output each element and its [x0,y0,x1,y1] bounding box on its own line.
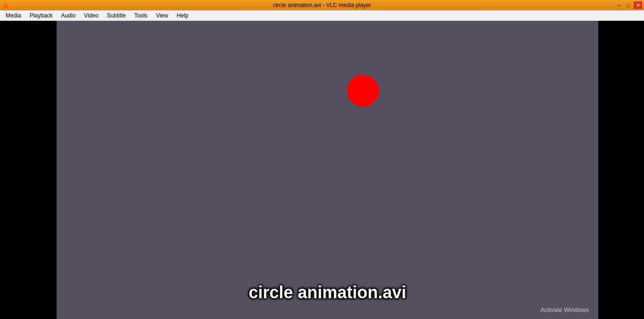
menu-playback[interactable]: Playback [26,11,57,20]
close-button[interactable]: ✕ [634,1,642,9]
activate-windows-watermark: Activate Windows [540,306,589,313]
left-letterbox [0,21,57,319]
menu-audio[interactable]: Audio [57,11,79,20]
title-bar: circle animation.avi - VLC media player … [0,0,644,10]
menu-tools[interactable]: Tools [131,11,151,20]
video-container: circle animation.avi Activate Windows [0,21,644,319]
menu-help[interactable]: Help [173,11,192,20]
vlc-icon [2,1,9,9]
menu-subtitle[interactable]: Subtitle [103,11,130,20]
maximize-button[interactable]: □ [624,1,633,9]
menu-view[interactable]: View [152,11,172,20]
menu-bar: Media Playback Audio Video Subtitle Tool… [0,10,644,21]
red-circle [347,75,379,107]
video-content[interactable]: circle animation.avi Activate Windows [57,21,598,319]
minimize-button[interactable]: ─ [615,1,623,9]
vlc-cone-icon [2,2,9,8]
right-letterbox [598,21,644,319]
window-controls: ─ □ ✕ [615,1,642,9]
window-title: circle animation.avi - VLC media player [273,2,371,8]
menu-media[interactable]: Media [2,11,25,20]
video-title-overlay: circle animation.avi [249,283,406,302]
title-bar-left [2,1,9,9]
menu-video[interactable]: Video [80,11,102,20]
